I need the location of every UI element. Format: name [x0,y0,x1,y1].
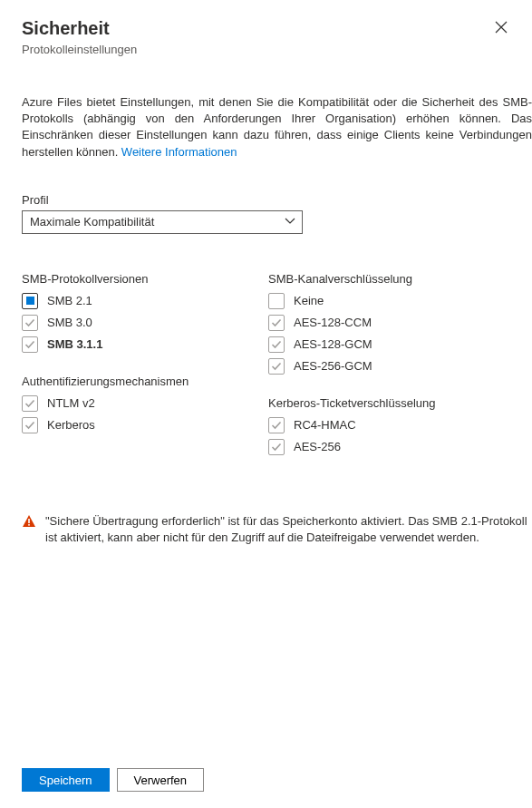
kerberos-encryption-option-0[interactable]: RC4-HMAC [268,417,515,433]
channel-encryption-option-1[interactable]: AES-128-CCM [268,315,515,331]
checkbox-icon [268,315,285,331]
kerberos-group: Kerberos-Ticketverschlüsselung RC4-HMACA… [268,396,515,455]
checkbox-label: AES-256 [294,440,341,453]
checkbox-label: Keine [294,294,324,307]
checkbox-label: AES-128-CCM [294,316,372,329]
kerberos-label: Kerberos-Ticketverschlüsselung [268,396,515,410]
warning-icon [22,514,36,529]
checkbox-label: NTLM v2 [47,396,95,410]
auth-group: Authentifizierungsmechanismen NTLM v2Ker… [22,375,268,433]
checkbox-icon [268,417,285,433]
checkbox-label: SMB 3.0 [47,316,92,329]
more-info-link[interactable]: Weitere Informationen [121,145,237,159]
warning-text: "Sichere Übertragung erforderlich" ist f… [45,513,532,546]
smb-version-option-0[interactable]: SMB 2.1 [22,293,268,309]
kerberos-encryption-option-1[interactable]: AES-256 [268,439,515,455]
channel-encryption-option-0[interactable]: Keine [268,293,515,309]
checkbox-icon [268,439,285,455]
checkbox-icon [22,417,38,433]
checkbox-label: RC4-HMAC [294,418,356,432]
smb-versions-label: SMB-Protokollversionen [22,272,268,286]
smb-versions-group: SMB-Protokollversionen SMB 2.1SMB 3.0SMB… [22,272,268,353]
close-button[interactable] [492,18,510,36]
checkbox-label: Kerberos [47,418,95,432]
channel-encryption-option-2[interactable]: AES-128-GCM [268,336,515,353]
channel-encryption-label: SMB-Kanalverschlüsselung [268,272,515,286]
checkbox-label: AES-256-GCM [294,359,372,373]
checkbox-label: SMB 2.1 [47,294,92,307]
description-text: Azure Files bietet Einstellungen, mit de… [22,94,532,161]
close-icon [495,21,508,34]
checkbox-icon [22,315,38,331]
profile-label: Profil [22,193,532,207]
smb-version-option-1[interactable]: SMB 3.0 [22,315,268,331]
profile-select-value: Maximale Kompatibilität [30,215,154,229]
checkbox-icon [268,358,285,375]
checkbox-icon [22,293,38,309]
panel-subtitle: Protokolleinstellungen [22,43,510,56]
discard-button[interactable]: Verwerfen [117,768,205,792]
profile-select[interactable]: Maximale Kompatibilität [22,210,303,234]
smb-version-option-2[interactable]: SMB 3.1.1 [22,336,268,353]
warning-banner: "Sichere Übertragung erforderlich" ist f… [22,513,532,546]
channel-encryption-option-3[interactable]: AES-256-GCM [268,358,515,375]
checkbox-icon [268,293,285,309]
auth-label: Authentifizierungsmechanismen [22,375,268,388]
save-button[interactable]: Speichern [22,768,110,792]
checkbox-icon [22,395,38,412]
footer-actions: Speichern Verwerfen [22,768,204,792]
channel-encryption-group: SMB-Kanalverschlüsselung KeineAES-128-CC… [268,272,515,375]
checkbox-label: SMB 3.1.1 [47,337,102,351]
checkbox-label: AES-128-GCM [294,337,372,351]
auth-mechanism-option-0[interactable]: NTLM v2 [22,395,268,412]
panel-header: Sicherheit Protokolleinstellungen [22,18,532,56]
checkbox-icon [22,336,38,353]
svg-rect-0 [28,519,30,523]
description-body: Azure Files bietet Einstellungen, mit de… [22,95,532,159]
checkbox-icon [268,336,285,353]
profile-section: Profil Maximale Kompatibilität [22,193,532,234]
svg-rect-1 [28,524,30,526]
auth-mechanism-option-1[interactable]: Kerberos [22,417,268,433]
panel-title: Sicherheit [22,18,510,39]
